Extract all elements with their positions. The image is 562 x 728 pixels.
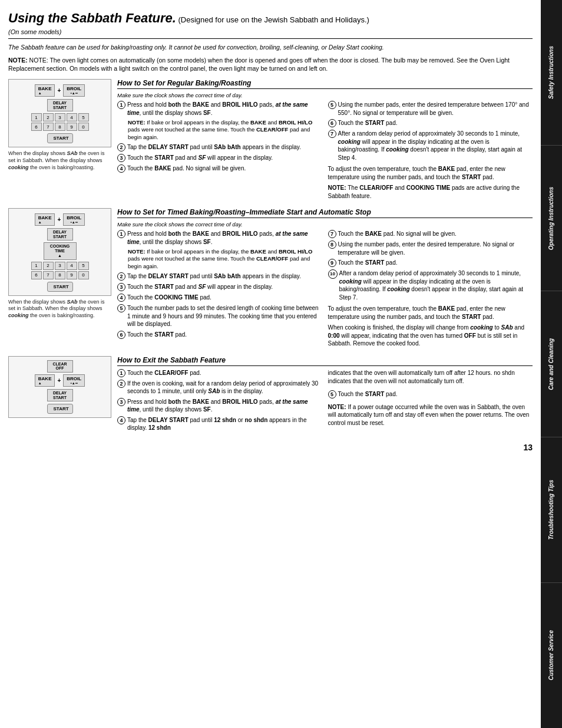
- sidebar-customer-label: Customer Service: [548, 630, 555, 680]
- step-text: Touch the START pad and SF will appear i…: [127, 154, 322, 162]
- num-1: 1: [31, 113, 42, 121]
- step-text: Touch the START pad.: [127, 331, 322, 339]
- section2-two-col: 1 Press and hold both the BAKE and BROIL…: [117, 230, 533, 348]
- step-num-circle: 9: [328, 259, 336, 267]
- step-item: 5 Touch the number pads to set the desir…: [117, 304, 322, 328]
- num-6b: 6: [31, 271, 42, 279]
- step-item: 3 Press and hold both the BAKE and BROIL…: [117, 398, 322, 414]
- sidebar-safety-label: Safety Instructions: [548, 46, 555, 99]
- broil-btn-1: BROIL▪▲▪▪: [63, 84, 85, 97]
- step-num-circle: 1: [117, 101, 125, 109]
- delay-start-btn-2: DELAYSTART: [47, 228, 73, 241]
- delay-start-btn-1: DELAYSTART: [47, 99, 73, 111]
- section2-steps-left: 1 Press and hold both the BAKE and BROIL…: [117, 230, 322, 339]
- start-btn-2: START: [47, 282, 73, 292]
- broil-btn-2: BROIL▪▲▪▪: [63, 213, 85, 226]
- clear-off-btn-3: CLEAROFF: [47, 360, 73, 373]
- adjust-note-2: To adjust the oven temperature, touch th…: [328, 305, 533, 321]
- section3-right-text: indicates that the oven will automatical…: [328, 369, 533, 386]
- step-item: 4 Tap the DELAY START pad until 12 shdn …: [117, 416, 322, 432]
- section2-col-right: 7 Touch the BAKE pad. No signal will be …: [328, 230, 533, 348]
- section2-col-left: 1 Press and hold both the BAKE and BROIL…: [117, 230, 322, 348]
- bake-btn-3: BAKE▲: [35, 374, 55, 387]
- section1-col-right: 5 Using the number pads, enter the desir…: [328, 101, 533, 200]
- step-num-circle: 2: [117, 272, 125, 281]
- num-7b: 7: [43, 271, 54, 279]
- step-text: Touch the COOKING TIME pad.: [127, 294, 322, 302]
- step-num-circle: 3: [117, 398, 125, 406]
- number-row-2: 6 7 8 9 0: [12, 123, 107, 131]
- step-text: Tap the DELAY START pad until SAb bAth a…: [127, 143, 322, 151]
- step-item: 3 Touch the START pad and SF will appear…: [117, 154, 322, 162]
- adjust-note-1: To adjust the oven temperature, touch th…: [328, 165, 533, 181]
- step-num-circle: 4: [117, 164, 125, 173]
- sidebar-troubleshooting-label: Troubleshooting Tips: [548, 480, 555, 540]
- oven-caption-2: When the display shows SAb the oven is s…: [8, 299, 111, 319]
- num-2b: 2: [43, 262, 54, 270]
- step-item: 10 After a random delay period of approx…: [328, 269, 533, 301]
- section3-two-col: 1 Touch the CLEAR/OFF pad. 2 If the oven…: [117, 369, 533, 434]
- num-8b: 8: [55, 271, 65, 279]
- section1-heading: How to Set for Regular Baking/Roasting: [117, 79, 533, 89]
- number-row-3: 1 2 3 4 5: [12, 262, 107, 270]
- section2-block: BAKE▲ + BROIL▪▲▪▪ DELAYSTART COOKINGTIME…: [8, 208, 533, 348]
- plus-icon-1: +: [57, 87, 61, 94]
- step-text: After a random delay period of approxima…: [338, 130, 533, 162]
- delay-start-btn-3: DELAYSTART: [47, 389, 73, 401]
- num-2: 2: [43, 113, 54, 121]
- section3-heading: How to Exit the Sabbath Feature: [117, 356, 533, 366]
- main-content: Using the Sabbath Feature. (Designed for…: [0, 0, 541, 728]
- step-num-circle: 5: [328, 101, 336, 109]
- step-num-circle: 4: [117, 416, 125, 424]
- step-text: Press and hold both the BAKE and BROIL H…: [127, 101, 322, 117]
- section1-steps-right: 5 Using the number pads, enter the desir…: [328, 101, 533, 162]
- start-btn-3: START: [47, 404, 73, 414]
- oven-box-3: CLEAROFF BAKE▲ + BROIL▪▲▪▪ DELAYSTART ST…: [8, 356, 111, 419]
- step-item: 5 Using the number pads, enter the desir…: [328, 101, 533, 117]
- instructions-col-2: How to Set for Timed Baking/Roasting–Imm…: [117, 208, 533, 348]
- bake-btn-2: BAKE▲: [35, 213, 55, 226]
- step-text: Using the number pads, enter the desired…: [338, 241, 533, 256]
- step-num-circle: 1: [117, 230, 125, 238]
- cooking-time-btn-2: COOKINGTIME▲: [44, 242, 77, 259]
- step-num-circle: 10: [328, 269, 338, 279]
- step5-item: 5 Touch the START pad.: [328, 390, 533, 398]
- step-text: Touch the BAKE pad. No signal will be gi…: [127, 164, 322, 173]
- section1-col-left: 1 Press and hold both the BAKE and BROIL…: [117, 101, 322, 200]
- step-text: Touch the START pad.: [338, 390, 533, 398]
- num-4: 4: [67, 113, 77, 121]
- num-6: 6: [31, 123, 42, 131]
- power-outage-note: NOTE: If a power outage occurred while t…: [328, 403, 533, 427]
- num-8: 8: [55, 123, 65, 131]
- step-num-circle: 7: [328, 230, 336, 238]
- step-text: Touch the START pad.: [338, 259, 533, 267]
- sidebar-operating: Operating Instructions: [541, 146, 562, 291]
- subtitle: (On some models): [8, 28, 533, 35]
- note1-content: NOTE: The oven light comes on automatica…: [8, 57, 510, 73]
- oven-diagram-3: CLEAROFF BAKE▲ + BROIL▪▲▪▪ DELAYSTART ST…: [8, 356, 111, 434]
- step-text: Press and hold both the BAKE and BROIL H…: [127, 398, 322, 414]
- step-num-circle: 2: [117, 380, 125, 388]
- num-3: 3: [55, 113, 65, 121]
- step-item: 6 Touch the START pad.: [328, 119, 533, 127]
- instructions-col-1: How to Set for Regular Baking/Roasting M…: [117, 79, 533, 200]
- make-sure-1: Make sure the clock shows the correct ti…: [117, 92, 533, 98]
- step-item: 6 Touch the START pad.: [117, 331, 322, 339]
- step-num-circle: 3: [117, 283, 125, 291]
- note-text: NOTE: NOTE: The oven light comes on auto…: [8, 56, 533, 73]
- note-inline-1: NOTE: If bake or broil appears in the di…: [128, 119, 322, 141]
- num-4b: 4: [67, 262, 77, 270]
- step-text: After a random delay period of approxima…: [339, 269, 533, 301]
- step-item: 7 After a random delay period of approxi…: [328, 130, 533, 162]
- number-row-1: 1 2 3 4 5: [12, 113, 107, 121]
- num-0b: 0: [78, 271, 89, 279]
- step-item: 2 If the oven is cooking, wait for a ran…: [117, 380, 322, 396]
- step-text: Tap the DELAY START pad until SAb bAth a…: [127, 272, 322, 281]
- sidebar: Safety Instructions Operating Instructio…: [541, 0, 562, 728]
- step-item: 7 Touch the BAKE pad. No signal will be …: [328, 230, 533, 238]
- step-item: 1 Press and hold both the BAKE and BROIL…: [117, 101, 322, 117]
- step-item: 4 Touch the BAKE pad. No signal will be …: [117, 164, 322, 173]
- step-num-circle: 5: [117, 304, 125, 312]
- step-num-circle: 3: [117, 154, 125, 162]
- num-5b: 5: [78, 262, 89, 270]
